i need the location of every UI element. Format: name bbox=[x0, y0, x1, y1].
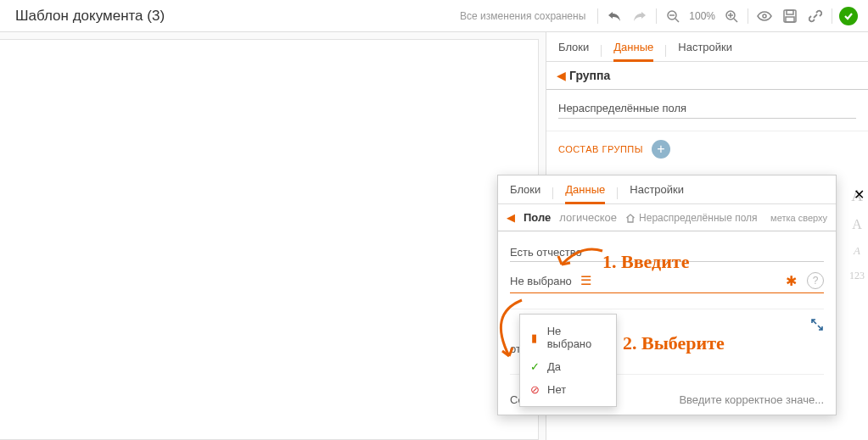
field-header: ◀ Поле логическое Нераспределённые поля … bbox=[498, 204, 836, 231]
field-type: логическое bbox=[559, 211, 617, 224]
page-title: Шаблон документа (3) bbox=[15, 8, 165, 25]
separator bbox=[656, 8, 657, 24]
home-icon bbox=[625, 213, 636, 223]
tab-settings[interactable]: Настройки bbox=[630, 183, 684, 203]
font-medium-icon[interactable]: A bbox=[852, 217, 862, 232]
save-icon[interactable] bbox=[781, 7, 799, 25]
value-select[interactable]: Не выбрано ☰ bbox=[510, 273, 591, 288]
tab-blocks[interactable]: Блоки bbox=[510, 183, 540, 203]
svg-rect-5 bbox=[786, 17, 794, 22]
svg-rect-4 bbox=[787, 10, 793, 14]
label-position[interactable]: метка сверху bbox=[770, 213, 827, 223]
zoom-level: 100% bbox=[689, 10, 715, 22]
dash-icon: ▮ bbox=[529, 331, 540, 344]
numbers-icon[interactable]: 123 bbox=[849, 270, 865, 282]
option-no[interactable]: ⊘ Нет bbox=[520, 378, 616, 401]
separator bbox=[665, 45, 666, 57]
popup-tabs: Блоки Данные Настройки bbox=[498, 175, 836, 204]
separator bbox=[601, 45, 602, 57]
required-icon: ✱ bbox=[786, 273, 797, 289]
undo-icon[interactable] bbox=[605, 7, 624, 25]
close-icon[interactable]: ✕ bbox=[854, 187, 865, 203]
save-status: Все изменения сохранены bbox=[460, 10, 585, 22]
forbid-icon: ⊘ bbox=[529, 383, 540, 396]
help-icon[interactable]: ? bbox=[807, 272, 824, 289]
check-icon: ✓ bbox=[529, 360, 540, 373]
canvas[interactable] bbox=[0, 32, 546, 440]
value-dropdown: ▮ Не выбрано ✓ Да ⊘ Нет bbox=[519, 314, 617, 407]
select-value: Не выбрано bbox=[510, 275, 572, 287]
status-ok-icon bbox=[839, 7, 858, 25]
tab-blocks[interactable]: Блоки bbox=[558, 41, 589, 61]
add-field-button[interactable]: + bbox=[652, 140, 670, 159]
link-icon[interactable] bbox=[806, 7, 825, 25]
separator bbox=[832, 8, 832, 24]
value-select-row: Не выбрано ☰ ✱ ? bbox=[510, 262, 824, 293]
redo-icon[interactable] bbox=[630, 7, 649, 25]
value-meta: ✱ ? bbox=[786, 272, 824, 289]
expand-icon[interactable] bbox=[810, 318, 824, 334]
option-yes[interactable]: ✓ Да bbox=[520, 355, 616, 378]
header: Шаблон документа (3) Все изменения сохра… bbox=[0, 0, 868, 32]
option-none[interactable]: ▮ Не выбрано bbox=[520, 320, 616, 355]
tab-data[interactable]: Данные bbox=[565, 183, 605, 203]
message-input[interactable]: Введите корректное значе... bbox=[679, 393, 824, 406]
field-name-input[interactable] bbox=[510, 243, 824, 262]
font-small-icon[interactable]: A bbox=[854, 244, 860, 258]
collapse-icon[interactable]: ◀ bbox=[507, 211, 515, 224]
list-icon: ☰ bbox=[580, 273, 591, 288]
tab-data[interactable]: Данные bbox=[613, 41, 653, 61]
document-page[interactable] bbox=[0, 39, 539, 440]
separator bbox=[748, 8, 748, 24]
zoom-in-icon[interactable] bbox=[722, 7, 741, 25]
group-title: Группа bbox=[569, 69, 610, 82]
separator bbox=[617, 187, 618, 199]
preview-icon[interactable] bbox=[755, 7, 774, 25]
group-name-input[interactable]: Нераспределённые поля bbox=[558, 102, 856, 119]
separator bbox=[552, 187, 553, 199]
group-name-row: Нераспределённые поля bbox=[546, 90, 868, 131]
group-header[interactable]: ◀ Группа bbox=[546, 62, 868, 90]
separator bbox=[597, 8, 598, 24]
field-parent[interactable]: Нераспределённые поля bbox=[625, 212, 758, 224]
group-compose-row: СОСТАВ ГРУППЫ + bbox=[546, 131, 868, 170]
tab-settings[interactable]: Настройки bbox=[678, 41, 732, 61]
collapse-icon[interactable]: ◀ bbox=[557, 69, 566, 82]
group-compose-label: СОСТАВ ГРУППЫ bbox=[558, 144, 643, 154]
field-title: Поле bbox=[524, 211, 551, 224]
svg-point-2 bbox=[763, 14, 766, 18]
zoom-out-icon[interactable] bbox=[664, 7, 682, 25]
panel-tabs: Блоки Данные Настройки bbox=[546, 32, 868, 62]
toolbar: Все изменения сохранены 100% bbox=[460, 7, 858, 25]
